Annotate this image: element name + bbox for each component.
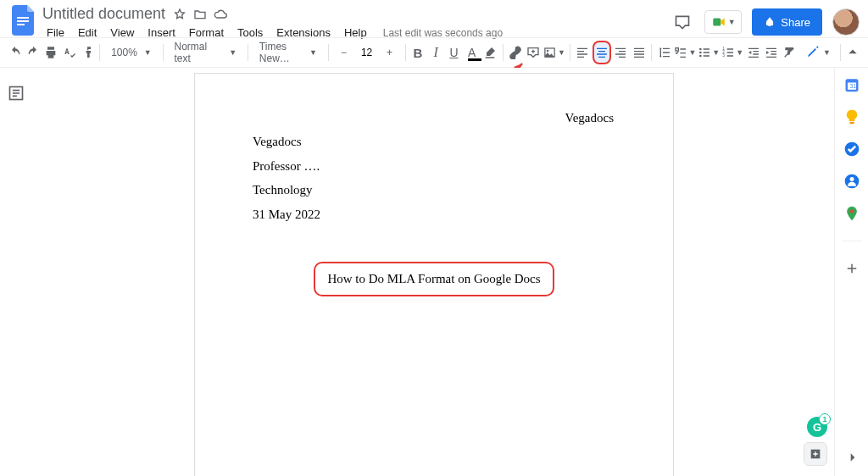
- side-app-keep[interactable]: [842, 107, 862, 127]
- svg-point-24: [849, 177, 854, 181]
- mla-course-line[interactable]: Technology: [253, 178, 615, 202]
- side-app-maps[interactable]: [842, 203, 862, 224]
- paragraph-style-dropdown[interactable]: Normal text▼: [168, 41, 244, 64]
- mla-prof-line[interactable]: Professor ….: [253, 154, 615, 179]
- mla-date-line[interactable]: 31 May 2022: [253, 202, 615, 227]
- mode-dropdown[interactable]: ▼: [801, 43, 836, 63]
- svg-point-7: [547, 50, 549, 53]
- underline-button[interactable]: U: [446, 42, 462, 64]
- print-button[interactable]: [43, 42, 59, 64]
- checklist-button[interactable]: ▼: [674, 42, 696, 64]
- cloud-status-icon[interactable]: [213, 7, 228, 22]
- side-panel-toggle[interactable]: [843, 447, 863, 468]
- align-center-button[interactable]: [593, 41, 611, 64]
- highlight-button[interactable]: [481, 42, 498, 64]
- essay-title[interactable]: How to Do MLA Format on Google Docs: [314, 262, 554, 296]
- zoom-value: 100%: [108, 47, 141, 58]
- font-family-dropdown[interactable]: Times New…▼: [253, 41, 324, 64]
- font-family-value: Times New…: [256, 41, 301, 64]
- add-comment-button[interactable]: [526, 42, 542, 64]
- numbered-list-button[interactable]: 123▼: [721, 42, 743, 64]
- paragraph-style-value: Normal text: [171, 41, 211, 64]
- svg-point-25: [849, 209, 853, 213]
- font-size-decrease[interactable]: −: [333, 42, 355, 64]
- share-button[interactable]: Share: [752, 8, 822, 36]
- docs-logo[interactable]: [8, 5, 39, 36]
- italic-button[interactable]: I: [428, 42, 444, 64]
- svg-rect-3: [713, 19, 721, 26]
- redo-button[interactable]: [25, 42, 41, 64]
- side-panel: 31: [834, 68, 868, 476]
- move-icon[interactable]: [192, 7, 208, 22]
- account-avatar[interactable]: [832, 8, 860, 36]
- spellcheck-button[interactable]: [61, 42, 77, 64]
- grammarly-badge[interactable]: G: [807, 417, 827, 437]
- align-justify-button[interactable]: [631, 42, 647, 64]
- paint-format-button[interactable]: [79, 42, 95, 64]
- side-app-tasks[interactable]: [842, 139, 862, 159]
- side-app-calendar[interactable]: 31: [842, 75, 862, 95]
- page-1[interactable]: Vegadocs Vegadocs Professor …. Technolog…: [194, 73, 674, 476]
- clear-formatting-button[interactable]: [782, 42, 798, 64]
- toolbar: 100%▼ Normal text▼ Times New…▼ − + B I U…: [0, 37, 868, 68]
- font-size-increase[interactable]: +: [379, 42, 401, 64]
- running-header[interactable]: Vegadocs: [565, 106, 614, 130]
- svg-rect-1: [17, 20, 29, 22]
- text-color-button[interactable]: A: [464, 42, 480, 64]
- hide-menus-button[interactable]: [845, 42, 861, 64]
- doc-title[interactable]: Untitled document: [41, 5, 167, 23]
- insert-link-button[interactable]: [507, 42, 523, 64]
- bold-button[interactable]: B: [409, 42, 426, 64]
- bulleted-list-button[interactable]: ▼: [698, 42, 720, 64]
- font-size-input[interactable]: [357, 44, 377, 61]
- svg-rect-2: [17, 24, 25, 25]
- explore-button[interactable]: [804, 442, 827, 466]
- zoom-dropdown[interactable]: 100%▼: [104, 47, 159, 58]
- undo-button[interactable]: [7, 42, 23, 64]
- svg-point-9: [699, 48, 702, 51]
- svg-rect-5: [769, 19, 772, 23]
- decrease-indent-button[interactable]: [745, 42, 761, 64]
- document-canvas[interactable]: Vegadocs Vegadocs Professor …. Technolog…: [34, 68, 834, 476]
- side-app-addons[interactable]: [842, 258, 862, 279]
- svg-rect-21: [849, 122, 854, 125]
- side-app-contacts[interactable]: [842, 171, 862, 191]
- pencil-icon: [806, 45, 820, 61]
- svg-point-11: [699, 55, 702, 58]
- align-right-button[interactable]: [613, 42, 629, 64]
- svg-point-10: [699, 52, 702, 54]
- mla-author-line[interactable]: Vegadocs: [253, 130, 615, 154]
- align-left-button[interactable]: [575, 42, 591, 64]
- share-label: Share: [781, 16, 810, 29]
- meet-button[interactable]: ▼: [704, 10, 742, 34]
- insert-image-button[interactable]: ▼: [543, 42, 565, 64]
- open-comments-icon[interactable]: [670, 10, 694, 34]
- increase-indent-button[interactable]: [763, 42, 779, 64]
- star-icon[interactable]: [172, 7, 187, 22]
- svg-rect-8: [676, 48, 678, 51]
- svg-text:3: 3: [723, 53, 726, 58]
- document-outline-toggle[interactable]: [8, 85, 26, 103]
- svg-rect-0: [17, 17, 29, 19]
- line-spacing-button[interactable]: [656, 42, 672, 64]
- svg-text:31: 31: [849, 83, 856, 89]
